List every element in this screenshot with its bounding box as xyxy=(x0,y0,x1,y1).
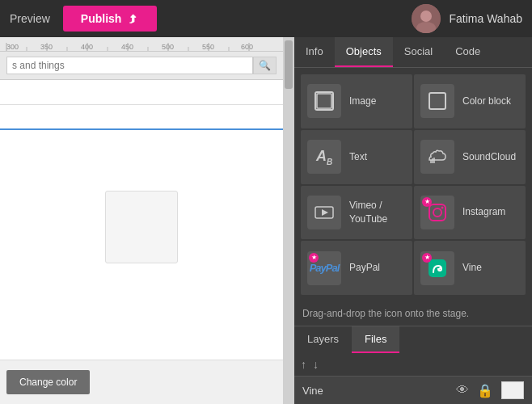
object-text[interactable]: AB Text xyxy=(301,130,412,184)
svg-point-26 xyxy=(441,206,444,208)
soundcloud-icon xyxy=(420,140,454,174)
change-color-area: Change color xyxy=(0,360,283,404)
publish-label: Publish xyxy=(81,12,122,25)
instagram-badge: ★ xyxy=(422,197,432,207)
tab-code[interactable]: Code xyxy=(444,37,492,67)
left-panel: 300 350 400 450 500 550 600 xyxy=(0,37,283,404)
vimeo-label: Vimeo / YouTube xyxy=(349,199,406,226)
text-label: Text xyxy=(349,150,367,164)
publish-button[interactable]: Publish ⮭ xyxy=(63,6,158,32)
svg-rect-16 xyxy=(315,92,333,110)
tab-objects[interactable]: Objects xyxy=(335,37,393,67)
color-block-icon xyxy=(420,84,454,118)
scrollbar[interactable] xyxy=(283,37,294,404)
preview-button[interactable]: Preview xyxy=(10,12,50,25)
svg-rect-18 xyxy=(429,93,445,109)
soundcloud-label: SoundCloud xyxy=(462,150,516,164)
svg-point-25 xyxy=(433,208,441,217)
tab-layers[interactable]: Layers xyxy=(294,326,352,353)
paypal-label: PayPal xyxy=(349,261,380,275)
text-icon: AB xyxy=(307,140,341,174)
instagram-label: Instagram xyxy=(462,205,505,219)
vine-icon: ★ xyxy=(420,251,454,285)
layer-up-arrow[interactable]: ↑ xyxy=(301,358,306,371)
object-paypal[interactable]: ★ PayPal PayPal xyxy=(301,241,412,295)
bottom-item-color-swatch[interactable] xyxy=(501,381,524,399)
bottom-item-label: Vine xyxy=(302,385,448,397)
object-image[interactable]: Image xyxy=(301,74,412,128)
color-block-label: Color block xyxy=(462,95,511,108)
color-block-placeholder xyxy=(105,191,178,263)
bottom-item-row: Vine 👁 🔒 xyxy=(294,376,532,404)
change-color-button[interactable]: Change color xyxy=(6,370,90,394)
lock-icon[interactable]: 🔒 xyxy=(477,383,493,398)
drag-hint: Drag-and-drop the icon onto the stage. xyxy=(294,301,532,326)
object-soundcloud[interactable]: SoundCloud xyxy=(414,130,526,184)
username: Fatima Wahab xyxy=(449,12,522,25)
tab-files[interactable]: Files xyxy=(352,326,399,353)
tab-social[interactable]: Social xyxy=(393,37,444,67)
svg-point-1 xyxy=(420,11,432,22)
search-bar: 🔍 xyxy=(0,52,283,80)
user-info: Fatima Wahab xyxy=(412,4,522,33)
ruler: 300 350 400 450 500 550 600 xyxy=(0,37,283,52)
object-instagram[interactable]: ★ Instagram xyxy=(414,186,526,240)
objects-grid: Image Color block AB Text xyxy=(294,68,532,301)
object-vine[interactable]: ★ Vine xyxy=(414,241,526,295)
canvas-line xyxy=(0,128,283,130)
object-vimeo[interactable]: Vimeo / YouTube xyxy=(301,186,412,240)
vine-badge: ★ xyxy=(422,253,432,263)
tab-info[interactable]: Info xyxy=(294,37,335,67)
scrollbar-thumb[interactable] xyxy=(285,40,293,89)
image-label: Image xyxy=(349,95,376,108)
main-layout: 300 350 400 450 500 550 600 xyxy=(0,37,532,404)
bottom-tabs: Layers Files xyxy=(294,326,532,353)
canvas-divider xyxy=(0,104,283,105)
avatar xyxy=(412,4,441,33)
search-input[interactable] xyxy=(6,57,253,74)
eye-icon[interactable]: 👁 xyxy=(456,383,469,398)
svg-rect-17 xyxy=(317,94,331,108)
right-panel: Info Objects Social Code Image xyxy=(294,37,532,404)
svg-marker-23 xyxy=(322,209,328,216)
object-color-block[interactable]: Color block xyxy=(414,74,526,128)
topbar: Preview Publish ⮭ Fatima Wahab xyxy=(0,0,532,37)
vimeo-icon xyxy=(307,196,341,229)
paypal-icon: ★ PayPal xyxy=(307,251,341,285)
paypal-badge: ★ xyxy=(309,253,319,263)
tabs: Info Objects Social Code xyxy=(294,37,532,68)
vine-label: Vine xyxy=(462,261,482,275)
instagram-icon: ★ xyxy=(420,196,454,229)
share-icon: ⮭ xyxy=(128,12,139,25)
layer-bar: ↑ ↓ xyxy=(294,353,532,376)
layer-down-arrow[interactable]: ↓ xyxy=(313,358,319,371)
search-button[interactable]: 🔍 xyxy=(253,57,277,74)
canvas-area[interactable] xyxy=(0,80,283,360)
image-icon xyxy=(307,84,341,118)
